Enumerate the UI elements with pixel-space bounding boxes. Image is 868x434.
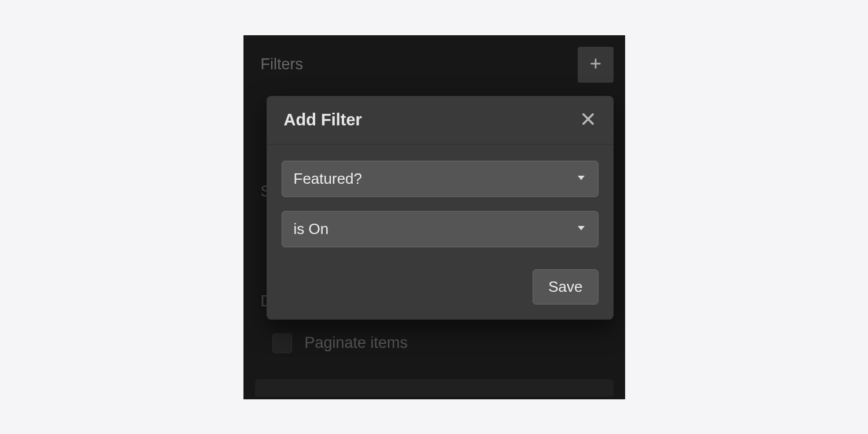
chevron-down-icon bbox=[576, 222, 586, 235]
modal-title: Add Filter bbox=[284, 110, 362, 129]
modal-header: Add Filter bbox=[267, 96, 614, 144]
close-icon bbox=[580, 111, 596, 129]
close-modal-button[interactable] bbox=[578, 109, 599, 131]
filter-condition-select[interactable]: is On bbox=[282, 211, 599, 247]
filter-field-selected-value: Featured? bbox=[294, 170, 363, 188]
modal-body: Featured? is On bbox=[267, 144, 614, 264]
filter-condition-selected-value: is On bbox=[294, 220, 329, 238]
svg-marker-5 bbox=[578, 226, 585, 231]
chevron-down-icon bbox=[576, 172, 586, 185]
filter-field-select[interactable]: Featured? bbox=[282, 161, 599, 197]
filters-panel: Filters S D Paginate items Add Filter bbox=[243, 35, 625, 399]
svg-marker-4 bbox=[578, 176, 585, 180]
save-button[interactable]: Save bbox=[533, 269, 598, 305]
add-filter-modal: Add Filter Featured? bbox=[267, 96, 614, 320]
modal-footer: Save bbox=[267, 264, 614, 320]
